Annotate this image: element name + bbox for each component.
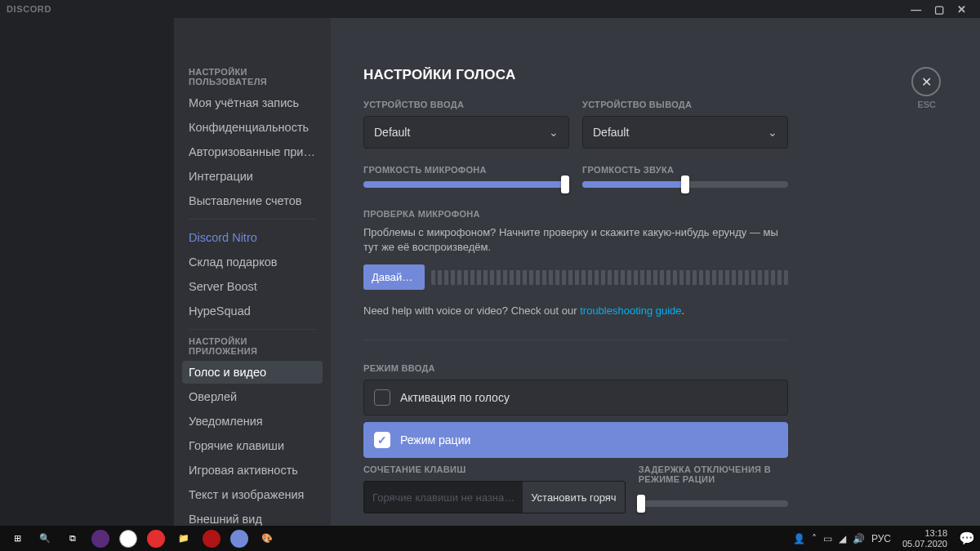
input-mode-push-to-talk[interactable]: ✓ Режим рации bbox=[363, 422, 788, 458]
guild-column bbox=[0, 18, 174, 526]
sidebar-item-account[interactable]: Моя учётная запись bbox=[182, 91, 323, 114]
taskbar-app[interactable] bbox=[87, 528, 114, 549]
settings-content: ✕ ESC НАСТРОЙКИ ГОЛОСА УСТРОЙСТВО ВВОДА … bbox=[331, 18, 980, 526]
titlebar: DISCORD — ▢ ✕ bbox=[0, 0, 980, 18]
input-device-label: УСТРОЙСТВО ВВОДА bbox=[363, 100, 569, 109]
slider-thumb[interactable] bbox=[561, 176, 569, 193]
option-label: Режим рации bbox=[400, 433, 470, 447]
app-body: НАСТРОЙКИ ПОЛЬЗОВАТЕЛЯ Моя учётная запис… bbox=[0, 18, 980, 526]
input-device-value: Default bbox=[374, 126, 410, 139]
taskbar-app[interactable]: 📁 bbox=[170, 528, 198, 549]
divider bbox=[363, 340, 788, 340]
sidebar-item-hypesquad[interactable]: HypeSquad bbox=[182, 300, 323, 322]
taskbar-app-discord[interactable] bbox=[225, 528, 253, 549]
sidebar-item-nitro[interactable]: Discord Nitro bbox=[182, 226, 323, 249]
mic-test-label: ПРОВЕРКА МИКРОФОНА bbox=[363, 209, 788, 219]
troubleshooting-link[interactable]: troubleshooting guide bbox=[580, 304, 681, 317]
input-mode-label: РЕЖИМ ВВОДА bbox=[363, 363, 788, 373]
sidebar-item-billing[interactable]: Выставление счетов bbox=[182, 189, 323, 212]
sidebar-item-boost[interactable]: Server Boost bbox=[182, 275, 323, 298]
section-voice-header: НАСТРОЙКИ ГОЛОСА bbox=[363, 67, 788, 83]
sidebar-item-text-images[interactable]: Текст и изображения bbox=[182, 483, 323, 506]
sidebar-item-connections[interactable]: Интеграции bbox=[182, 165, 323, 188]
sidebar-separator bbox=[189, 219, 316, 220]
action-center-icon[interactable]: 💬 bbox=[959, 531, 975, 546]
wifi-icon[interactable]: ◢ bbox=[839, 533, 846, 544]
option-label: Активация по голосу bbox=[400, 391, 510, 404]
taskbar-app[interactable] bbox=[198, 528, 225, 549]
sidebar-item-game-activity[interactable]: Игровая активность bbox=[182, 459, 323, 482]
settings-sidebar: НАСТРОЙКИ ПОЛЬЗОВАТЕЛЯ Моя учётная запис… bbox=[174, 18, 331, 526]
sidebar-item-notifications[interactable]: Уведомления bbox=[182, 410, 323, 433]
output-volume-slider[interactable] bbox=[582, 181, 788, 188]
sidebar-item-gifts[interactable]: Склад подарков bbox=[182, 251, 323, 273]
sidebar-item-voice-video[interactable]: Голос и видео bbox=[182, 361, 323, 384]
close-settings-button[interactable]: ✕ bbox=[911, 67, 941, 96]
people-icon[interactable]: 👤 bbox=[793, 533, 805, 544]
battery-icon[interactable]: ▭ bbox=[823, 533, 832, 544]
system-tray[interactable]: 👤 ˄ ▭ ◢ 🔊 РУС 13:18 05.07.2020 💬 bbox=[793, 528, 977, 548]
start-button[interactable]: ⊞ bbox=[3, 528, 31, 549]
checkbox-checked-icon: ✓ bbox=[374, 432, 390, 448]
sidebar-item-keybinds[interactable]: Горячие клавиши bbox=[182, 434, 323, 457]
mic-level-meter bbox=[431, 270, 788, 285]
sidebar-item-privacy[interactable]: Конфиденциальность bbox=[182, 116, 323, 139]
input-device-select[interactable]: Default ⌄ bbox=[363, 116, 569, 149]
app-name: DISCORD bbox=[7, 4, 51, 14]
sidebar-separator bbox=[189, 329, 316, 330]
sidebar-item-authorized-apps[interactable]: Авторизованные прил… bbox=[182, 140, 323, 163]
sidebar-item-overlay[interactable]: Оверлей bbox=[182, 385, 323, 408]
taskbar-app[interactable] bbox=[114, 528, 142, 549]
close-button[interactable]: ✕ bbox=[951, 3, 973, 16]
input-volume-slider[interactable] bbox=[363, 181, 569, 188]
taskbar-app-paint[interactable]: 🎨 bbox=[253, 528, 281, 549]
taskbar-app[interactable] bbox=[142, 528, 170, 549]
task-view-icon[interactable]: ⧉ bbox=[59, 528, 87, 549]
esc-label: ESC bbox=[917, 100, 936, 109]
sidebar-item-appearance[interactable]: Внешний вид bbox=[182, 508, 323, 526]
ptt-delay-slider[interactable] bbox=[639, 500, 788, 507]
checkbox-icon bbox=[374, 389, 390, 406]
taskbar-clock[interactable]: 13:18 05.07.2020 bbox=[898, 528, 952, 548]
output-device-label: УСТРОЙСТВО ВЫВОДА bbox=[582, 100, 788, 109]
mic-test-description: Проблемы с микрофоном? Начните проверку … bbox=[363, 225, 788, 255]
tray-chevron-icon[interactable]: ˄ bbox=[812, 533, 817, 544]
slider-thumb[interactable] bbox=[681, 176, 689, 193]
sidebar-category: НАСТРОЙКИ ПОЛЬЗОВАТЕЛЯ bbox=[182, 67, 323, 91]
chevron-down-icon: ⌄ bbox=[768, 126, 777, 139]
volume-icon[interactable]: 🔊 bbox=[853, 533, 865, 544]
shortcut-input[interactable]: Горячие клавиши не назна… Установить гор… bbox=[363, 481, 626, 513]
search-icon[interactable]: 🔍 bbox=[31, 528, 59, 549]
record-shortcut-button[interactable]: Установить горяч bbox=[523, 482, 624, 513]
sidebar-category: НАСТРОЙКИ ПРИЛОЖЕНИЯ bbox=[182, 336, 323, 361]
ptt-delay-label: ЗАДЕРЖКА ОТКЛЮЧЕНИЯ В РЕЖИМЕ РАЦИИ bbox=[639, 464, 788, 484]
minimize-button[interactable]: — bbox=[905, 3, 928, 16]
output-volume-label: ГРОМКОСТЬ ЗВУКА bbox=[582, 165, 788, 175]
keyboard-lang[interactable]: РУС bbox=[871, 533, 891, 544]
windows-taskbar[interactable]: ⊞ 🔍 ⧉ 📁 🎨 👤 ˄ ▭ ◢ 🔊 РУС 13:18 05.07.2020… bbox=[0, 526, 980, 551]
shortcut-label: СОЧЕТАНИЕ КЛАВИШ bbox=[363, 464, 626, 474]
close-icon: ✕ bbox=[921, 74, 932, 90]
output-device-select[interactable]: Default ⌄ bbox=[582, 116, 788, 149]
input-mode-voice-activity[interactable]: Активация по голосу bbox=[363, 380, 788, 415]
input-volume-label: ГРОМКОСТЬ МИКРОФОНА bbox=[363, 165, 569, 175]
help-text: Need help with voice or video? Check out… bbox=[363, 304, 788, 317]
maximize-button[interactable]: ▢ bbox=[928, 3, 951, 16]
mic-test-button[interactable]: Давайте пр… bbox=[363, 264, 425, 290]
shortcut-placeholder: Горячие клавиши не назна… bbox=[364, 491, 523, 504]
chevron-down-icon: ⌄ bbox=[549, 126, 559, 139]
output-device-value: Default bbox=[593, 126, 629, 139]
slider-thumb[interactable] bbox=[637, 495, 645, 513]
